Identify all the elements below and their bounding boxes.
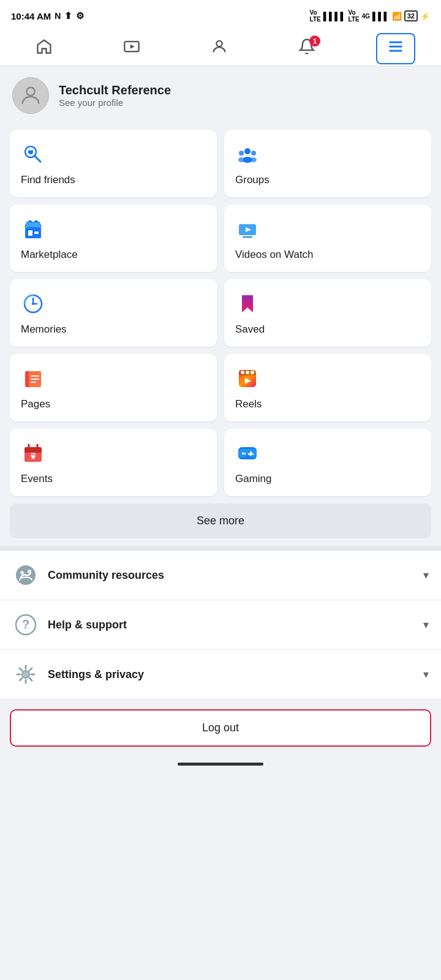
see-more-label: See more [197, 514, 244, 527]
logout-section: Log out [0, 699, 441, 756]
svg-point-16 [251, 157, 257, 162]
help-support-chevron: ▾ [423, 618, 429, 631]
signal-bars-1: ▌▌▌▌ [323, 12, 346, 21]
svg-marker-1 [130, 45, 134, 49]
svg-point-13 [251, 151, 256, 156]
settings-privacy-chevron: ▾ [423, 668, 429, 681]
see-more-button[interactable]: See more [10, 503, 431, 538]
reels-label: Reels [235, 398, 420, 410]
wifi-icon: 📶 [392, 12, 402, 21]
svg-line-9 [34, 156, 40, 162]
status-bar: 10:44 AM N ⬆ ⚙ VoLTE ▌▌▌▌ VoLTE 4G ▌▌▌ 📶… [0, 0, 441, 29]
nav-watch[interactable] [113, 34, 150, 63]
svg-point-37 [246, 371, 249, 374]
events-icon: ★ 25 [21, 441, 45, 466]
nav-notifications[interactable]: 1 [288, 34, 325, 63]
profile-username: Techcult Reference [59, 83, 171, 97]
profile-info: Techcult Reference See your profile [59, 83, 171, 108]
community-resources-accordion[interactable]: Community resources ▾ [0, 551, 441, 600]
groups-label: Groups [235, 174, 420, 186]
profile-nav-icon [211, 38, 228, 59]
home-bar [178, 763, 263, 766]
pages-label: Pages [21, 398, 206, 410]
grid-item-find-friends[interactable]: Find friends [10, 130, 217, 197]
home-icon [36, 38, 53, 59]
svg-point-15 [238, 157, 244, 162]
svg-text:?: ? [22, 617, 29, 631]
grid-item-reels[interactable]: Reels [224, 354, 431, 421]
gaming-label: Gaming [235, 473, 420, 485]
reels-icon [235, 366, 260, 391]
svg-marker-28 [242, 295, 253, 312]
grid-item-videos-on-watch[interactable]: Videos on Watch [224, 205, 431, 272]
status-time-area: 10:44 AM N ⬆ ⚙ [11, 10, 84, 21]
svg-rect-23 [243, 236, 252, 238]
section-divider [0, 546, 441, 551]
status-right-area: VoLTE ▌▌▌▌ VoLTE 4G ▌▌▌ 📶 32 ⚡ [310, 9, 430, 23]
settings-privacy-accordion[interactable]: Settings & privacy ▾ [0, 650, 441, 699]
svg-rect-18 [28, 230, 32, 236]
memories-label: Memories [21, 323, 206, 336]
grid-item-groups[interactable]: Groups [224, 130, 431, 197]
find-friends-icon [21, 142, 45, 167]
svg-point-2 [216, 41, 222, 47]
marketplace-icon [21, 217, 45, 241]
marketplace-label: Marketplace [21, 249, 206, 261]
menu-icon [387, 38, 404, 59]
upload-icon: ⬆ [64, 10, 72, 21]
svg-rect-17 [25, 227, 41, 238]
svg-point-38 [251, 371, 254, 374]
help-support-label: Help & support [48, 619, 415, 631]
gaming-icon [235, 441, 260, 466]
svg-line-69 [20, 678, 22, 680]
grid-item-saved[interactable]: Saved [224, 279, 431, 347]
4g-icon: 4G [362, 13, 370, 20]
svg-point-10 [29, 148, 32, 151]
saved-icon [235, 292, 260, 316]
svg-line-67 [29, 678, 32, 680]
avatar [12, 77, 49, 114]
svg-rect-20 [26, 222, 40, 227]
home-indicator [0, 756, 441, 769]
profile-header[interactable]: Techcult Reference See your profile [0, 66, 441, 125]
find-friends-label: Find friends [21, 174, 206, 186]
watch-nav-icon [123, 38, 140, 59]
svg-point-11 [244, 148, 251, 154]
help-support-accordion[interactable]: ? Help & support ▾ [0, 600, 441, 650]
grid-item-memories[interactable]: Memories [10, 279, 217, 347]
settings-privacy-label: Settings & privacy [48, 668, 415, 681]
profile-subtitle: See your profile [59, 97, 171, 108]
battery-indicator: 32 [404, 10, 418, 21]
svg-rect-52 [248, 453, 254, 455]
nav-home[interactable] [26, 34, 62, 63]
videos-on-watch-icon [235, 217, 260, 241]
logout-button[interactable]: Log out [10, 709, 431, 747]
memories-icon [21, 292, 45, 316]
svg-line-66 [20, 668, 22, 671]
menu-grid: Find friends Groups [0, 125, 441, 496]
settings-privacy-icon [12, 661, 39, 688]
svg-rect-54 [244, 453, 246, 454]
pages-icon [21, 366, 45, 391]
notification-badge: 1 [309, 36, 320, 47]
svg-point-56 [20, 571, 24, 575]
svg-text:25: 25 [31, 452, 36, 456]
svg-point-6 [26, 88, 34, 96]
volte2-icon: VoLTE [349, 9, 360, 23]
events-label: Events [21, 473, 206, 485]
grid-item-events[interactable]: ★ 25 Events [10, 429, 217, 496]
svg-rect-19 [34, 232, 39, 234]
volte-icon: VoLTE [310, 9, 321, 23]
svg-rect-53 [242, 453, 244, 454]
svg-point-12 [239, 151, 244, 156]
settings-status-icon: ⚙ [76, 10, 84, 21]
nav-menu[interactable] [376, 33, 415, 64]
nav-profile[interactable] [201, 34, 238, 63]
grid-item-marketplace[interactable]: Marketplace [10, 205, 217, 272]
navigation-bar: 1 [0, 29, 441, 66]
grid-item-pages[interactable]: Pages [10, 354, 217, 421]
saved-label: Saved [235, 323, 420, 336]
svg-point-36 [241, 371, 244, 374]
groups-icon [235, 142, 260, 167]
grid-item-gaming[interactable]: Gaming [224, 429, 431, 496]
